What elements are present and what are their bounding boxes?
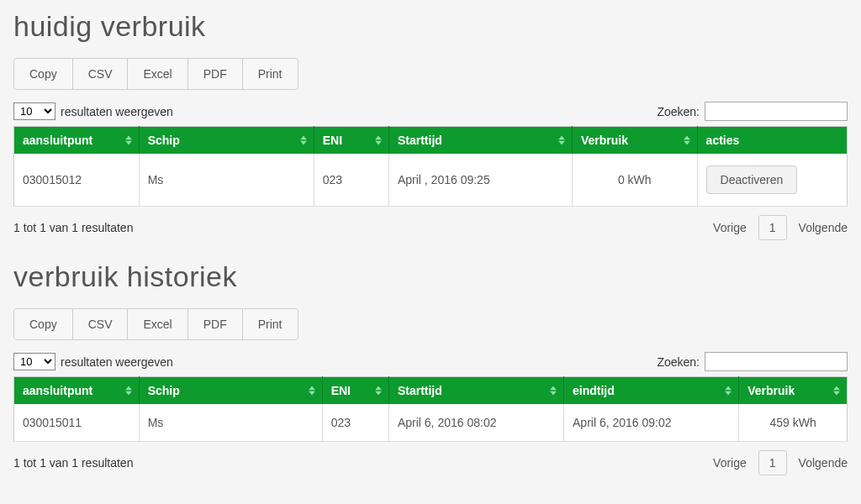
export-print-button[interactable]: Print bbox=[243, 59, 298, 89]
cell-verbruik: 459 kWh bbox=[739, 404, 848, 442]
svg-marker-19 bbox=[725, 391, 732, 396]
col-acties: acties bbox=[697, 127, 847, 155]
svg-marker-5 bbox=[375, 141, 382, 145]
table-info-history: 1 tot 1 van 1 resultaten bbox=[13, 456, 133, 470]
svg-marker-8 bbox=[684, 136, 690, 140]
col-starttijd[interactable]: Starttijd bbox=[388, 377, 563, 405]
cell-aansluitpunt: 030015012 bbox=[14, 154, 140, 207]
svg-marker-18 bbox=[725, 386, 732, 391]
export-print-button[interactable]: Print bbox=[243, 309, 298, 339]
cell-starttijd: April 6, 2016 08:02 bbox=[388, 404, 563, 442]
cell-eni: 023 bbox=[314, 154, 388, 207]
export-pdf-button[interactable]: PDF bbox=[188, 59, 243, 89]
sort-icon bbox=[375, 386, 382, 396]
paginator-current: Vorige 1 Volgende bbox=[713, 215, 848, 240]
svg-marker-1 bbox=[125, 141, 132, 145]
cell-schip: Ms bbox=[139, 404, 322, 442]
svg-marker-3 bbox=[300, 141, 307, 145]
export-excel-button[interactable]: Excel bbox=[128, 59, 188, 89]
export-csv-button[interactable]: CSV bbox=[73, 59, 129, 89]
col-verbruik[interactable]: Verbruik bbox=[739, 377, 848, 405]
search-input-history[interactable] bbox=[705, 352, 848, 371]
export-copy-button[interactable]: Copy bbox=[14, 309, 73, 339]
svg-marker-17 bbox=[550, 391, 557, 396]
cell-verbruik: 0 kWh bbox=[572, 154, 697, 207]
svg-marker-7 bbox=[558, 141, 565, 145]
col-starttijd[interactable]: Starttijd bbox=[388, 127, 572, 155]
cell-aansluitpunt: 030015011 bbox=[14, 404, 140, 442]
export-pdf-button[interactable]: PDF bbox=[188, 309, 243, 339]
cell-schip: Ms bbox=[139, 154, 314, 207]
col-aansluitpunt[interactable]: aansluitpunt bbox=[14, 127, 140, 155]
paginator-history: Vorige 1 Volgende bbox=[713, 450, 848, 475]
cell-eni: 023 bbox=[322, 404, 388, 442]
sort-icon bbox=[558, 136, 565, 145]
table-current: aansluitpunt Schip ENI bbox=[13, 126, 848, 207]
svg-marker-13 bbox=[309, 391, 315, 396]
prev-page-button[interactable]: Vorige bbox=[713, 456, 747, 470]
export-bar-current: Copy CSV Excel PDF Print bbox=[13, 58, 298, 90]
svg-marker-10 bbox=[125, 386, 132, 391]
svg-marker-16 bbox=[550, 386, 557, 391]
search-input-current[interactable] bbox=[705, 102, 848, 121]
length-suffix: resultaten weergeven bbox=[61, 105, 173, 118]
next-page-button[interactable]: Volgende bbox=[799, 456, 848, 470]
sort-icon bbox=[375, 136, 382, 145]
prev-page-button[interactable]: Vorige bbox=[713, 221, 747, 234]
col-eni[interactable]: ENI bbox=[322, 377, 388, 405]
svg-marker-20 bbox=[833, 386, 840, 391]
svg-marker-9 bbox=[684, 141, 690, 145]
deactivate-button[interactable]: Deactiveren bbox=[706, 165, 798, 194]
sort-icon bbox=[550, 386, 557, 396]
svg-marker-12 bbox=[309, 386, 315, 391]
section-title-current: huidig verbruik bbox=[13, 10, 848, 43]
length-suffix: resultaten weergeven bbox=[61, 355, 173, 369]
export-bar-history: Copy CSV Excel PDF Print bbox=[13, 308, 298, 340]
table-history: aansluitpunt Schip ENI bbox=[13, 376, 848, 442]
cell-eindtijd: April 6, 2016 09:02 bbox=[564, 404, 739, 442]
svg-marker-11 bbox=[125, 391, 132, 396]
col-eindtijd[interactable]: eindtijd bbox=[564, 377, 739, 405]
search-label: Zoeken: bbox=[657, 355, 700, 369]
svg-marker-14 bbox=[375, 386, 382, 391]
export-excel-button[interactable]: Excel bbox=[128, 309, 188, 339]
svg-marker-0 bbox=[125, 136, 132, 140]
svg-marker-21 bbox=[833, 391, 840, 396]
sort-icon bbox=[125, 136, 132, 145]
length-select-current[interactable]: 10 25 50 100 bbox=[13, 102, 55, 120]
sort-icon bbox=[725, 386, 732, 396]
export-csv-button[interactable]: CSV bbox=[73, 309, 129, 339]
svg-marker-15 bbox=[375, 391, 382, 396]
sort-icon bbox=[300, 136, 307, 145]
section-title-history: verbruik historiek bbox=[13, 260, 848, 293]
search-control-current: Zoeken: bbox=[657, 102, 848, 121]
sort-icon bbox=[833, 386, 840, 396]
cell-acties: Deactiveren bbox=[697, 154, 847, 207]
col-eni[interactable]: ENI bbox=[314, 127, 388, 155]
sort-icon bbox=[125, 386, 132, 396]
col-verbruik[interactable]: Verbruik bbox=[572, 127, 697, 155]
table-row: 030015012 Ms 023 April , 2016 09:25 0 kW… bbox=[14, 154, 848, 207]
svg-marker-4 bbox=[375, 136, 382, 140]
col-schip[interactable]: Schip bbox=[139, 127, 314, 155]
svg-marker-2 bbox=[300, 136, 307, 140]
cell-starttijd: April , 2016 09:25 bbox=[388, 154, 572, 207]
col-schip[interactable]: Schip bbox=[139, 377, 322, 405]
length-control-current: 10 25 50 100 resultaten weergeven bbox=[13, 102, 173, 120]
table-row: 030015011 Ms 023 April 6, 2016 08:02 Apr… bbox=[14, 404, 848, 442]
length-control-history: 10 25 50 100 resultaten weergeven bbox=[13, 353, 173, 370]
next-page-button[interactable]: Volgende bbox=[799, 221, 848, 234]
export-copy-button[interactable]: Copy bbox=[14, 59, 73, 89]
sort-icon bbox=[309, 386, 315, 396]
length-select-history[interactable]: 10 25 50 100 bbox=[13, 353, 55, 370]
svg-marker-6 bbox=[558, 136, 565, 140]
search-control-history: Zoeken: bbox=[657, 352, 848, 371]
sort-icon bbox=[684, 136, 690, 145]
table-info-current: 1 tot 1 van 1 resultaten bbox=[13, 221, 133, 234]
page-number[interactable]: 1 bbox=[758, 215, 787, 240]
col-aansluitpunt[interactable]: aansluitpunt bbox=[14, 377, 140, 405]
search-label: Zoeken: bbox=[657, 105, 700, 118]
page-number[interactable]: 1 bbox=[758, 450, 787, 475]
